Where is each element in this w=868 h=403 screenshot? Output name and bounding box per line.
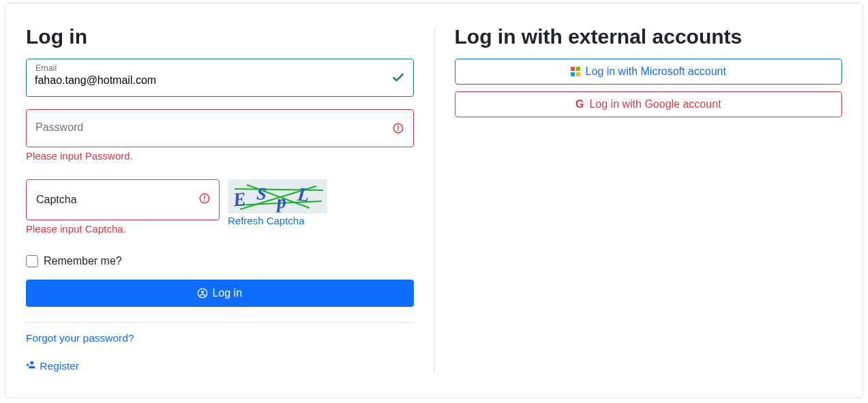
forgot-password-link[interactable]: Forgot your password? (26, 332, 414, 344)
svg-text:p: p (275, 191, 287, 213)
captcha-field[interactable] (26, 179, 220, 220)
email-input[interactable] (35, 74, 386, 87)
svg-point-5 (204, 200, 205, 201)
error-icon (391, 121, 405, 135)
captcha-image: E S p L (228, 179, 327, 213)
microsoft-icon (571, 67, 580, 76)
register-link[interactable]: Register (26, 359, 414, 372)
svg-text:S: S (256, 183, 267, 204)
remember-me-label[interactable]: Remember me? (44, 255, 122, 267)
google-button-label: Log in with Google account (589, 98, 721, 110)
login-card: Log in Email Password Please input Passw… (5, 3, 863, 398)
register-link-label: Register (40, 360, 79, 372)
svg-text:E: E (231, 188, 247, 211)
svg-point-2 (398, 130, 399, 131)
google-icon: G (575, 98, 584, 110)
check-icon (391, 71, 405, 85)
remember-me-row: Remember me? (26, 255, 414, 267)
error-icon (198, 192, 211, 207)
password-error: Please input Password. (26, 150, 414, 162)
divider-line (26, 322, 414, 323)
column-divider (434, 27, 435, 374)
external-login-column: Log in with external accounts Log in wit… (434, 3, 863, 398)
microsoft-button-label: Log in with Microsoft account (586, 65, 726, 78)
password-input[interactable] (35, 125, 386, 137)
login-title: Log in (26, 25, 414, 48)
external-title: Log in with external accounts (455, 25, 843, 48)
svg-point-17 (30, 361, 33, 365)
password-field-group: Password Please input Password. (26, 109, 414, 162)
remember-me-checkbox[interactable] (26, 255, 38, 267)
captcha-row: Please input Captcha. E S p L (26, 179, 414, 243)
svg-text:L: L (296, 183, 310, 206)
captcha-error: Please input Captcha. (26, 223, 220, 235)
login-button[interactable]: Log in (26, 280, 414, 307)
person-add-icon (26, 359, 37, 370)
refresh-captcha-link[interactable]: Refresh Captcha (228, 215, 305, 226)
login-column: Log in Email Password Please input Passw… (5, 3, 434, 398)
google-login-button[interactable]: G Log in with Google account (455, 91, 843, 117)
email-field-group: Email (26, 59, 414, 97)
password-field[interactable]: Password (26, 109, 414, 147)
microsoft-login-button[interactable]: Log in with Microsoft account (455, 59, 843, 85)
email-label: Email (35, 63, 57, 73)
captcha-image-block: E S p L Refresh Captcha (228, 179, 327, 227)
email-field[interactable]: Email (26, 59, 414, 97)
svg-point-16 (201, 290, 204, 293)
account-circle-icon (197, 288, 208, 299)
login-button-label: Log in (212, 287, 242, 299)
captcha-input[interactable] (35, 193, 192, 207)
